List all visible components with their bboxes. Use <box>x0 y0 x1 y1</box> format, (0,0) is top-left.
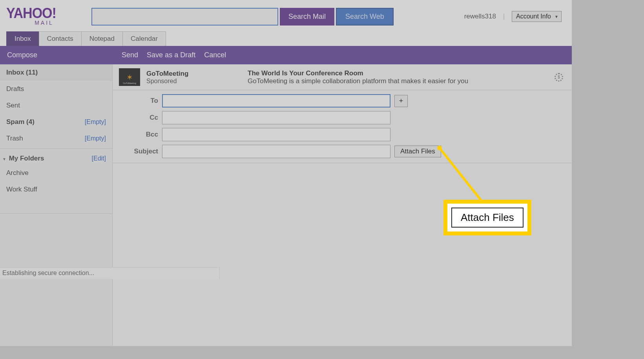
spam-empty-link[interactable]: [Empty] <box>85 118 106 126</box>
ad-headline: The World Is Your Conference Room <box>248 69 468 77</box>
right-margin <box>572 0 644 359</box>
svg-line-0 <box>440 148 482 201</box>
header-right: rewells318 | Account Info <box>464 11 566 22</box>
user-name[interactable]: rewells318 <box>464 13 496 20</box>
sidebar-divider-2 <box>0 213 112 214</box>
sidebar-spam[interactable]: Spam (4) [Empty] <box>0 114 112 130</box>
attach-files-button[interactable]: Attach Files <box>394 146 441 157</box>
ad-description: GoToMeeting is a simple collaboration pl… <box>248 77 468 85</box>
cc-row: Cc <box>119 111 566 124</box>
sidebar-sent[interactable]: Sent <box>0 97 112 114</box>
search-input[interactable] <box>91 8 278 26</box>
sidebar-inbox[interactable]: Inbox (11) <box>0 64 112 81</box>
callout-box: Attach Files <box>443 200 531 235</box>
ad-logo-star: ✶ <box>126 73 133 82</box>
cc-input[interactable] <box>162 111 390 124</box>
tab-notepad[interactable]: Notepad <box>81 31 123 46</box>
tab-contacts[interactable]: Contacts <box>39 31 82 46</box>
sidebar-drafts-label: Drafts <box>6 85 24 93</box>
tab-calendar[interactable]: Calendar <box>122 31 166 46</box>
to-row: To + <box>119 94 566 108</box>
account-info-dropdown[interactable]: Account Info <box>512 11 562 22</box>
bcc-label: Bcc <box>119 131 162 138</box>
sidebar-inbox-label: Inbox (11) <box>6 69 38 77</box>
header: YAHOO! MAIL Search Mail Search Web rewel… <box>0 0 572 31</box>
sidebar-trash-label: Trash <box>6 135 23 142</box>
sidebar-folder-work-stuff[interactable]: Work Stuff <box>0 181 112 198</box>
subject-label: Subject <box>119 148 162 155</box>
yahoo-mail-logo[interactable]: YAHOO! MAIL <box>6 7 56 26</box>
compose-toolbar: Compose Send Save as a Draft Cancel <box>0 46 572 64</box>
bcc-input[interactable] <box>162 128 390 141</box>
sidebar-spam-label: Spam (4) <box>6 118 35 126</box>
sponsored-ad[interactable]: ✶ GoToMeeting Sponsored The World Is You… <box>113 64 572 90</box>
to-input[interactable] <box>162 94 390 108</box>
ad-brand: GoToMeeting <box>146 70 248 78</box>
add-recipient-button[interactable]: + <box>394 95 408 107</box>
search-web-button[interactable]: Search Web <box>336 8 394 26</box>
chevron-down-icon: ▼ <box>2 157 6 161</box>
ad-choices-icon[interactable] <box>555 73 563 82</box>
send-button[interactable]: Send <box>122 51 138 59</box>
sidebar-trash[interactable]: Trash [Empty] <box>0 130 112 147</box>
sidebar-my-folders[interactable]: ▼ My Folders [Edit] <box>0 150 112 165</box>
sidebar-folder-archive[interactable]: Archive <box>0 165 112 181</box>
divider: | <box>503 13 505 20</box>
folders-edit-link[interactable]: [Edit] <box>92 155 106 162</box>
save-draft-button[interactable]: Save as a Draft <box>147 51 195 59</box>
sidebar-sent-label: Sent <box>6 102 20 109</box>
ad-text-col: The World Is Your Conference Room GoToMe… <box>248 69 468 85</box>
compose-button[interactable]: Compose <box>7 51 37 59</box>
callout-text: Attach Files <box>451 208 524 228</box>
subject-input[interactable] <box>162 145 390 158</box>
logo-top-text: YAHOO! <box>6 6 56 20</box>
to-label: To <box>119 97 162 105</box>
tab-inbox[interactable]: Inbox <box>6 31 39 46</box>
cc-label: Cc <box>119 114 162 122</box>
folder-archive-label: Archive <box>6 169 29 177</box>
ad-logo-icon: ✶ <box>119 68 140 86</box>
bcc-row: Bcc <box>119 128 566 141</box>
trash-empty-link[interactable]: [Empty] <box>85 135 106 142</box>
search-bar: Search Mail Search Web <box>91 8 394 26</box>
my-folders-label: My Folders <box>9 155 44 162</box>
cancel-button[interactable]: Cancel <box>204 51 226 59</box>
ad-brand-col: GoToMeeting Sponsored <box>146 70 248 85</box>
sidebar-divider <box>0 148 112 149</box>
folder-work-stuff-label: Work Stuff <box>6 186 37 193</box>
search-mail-button[interactable]: Search Mail <box>280 8 334 26</box>
ad-sponsored-label: Sponsored <box>146 78 248 85</box>
svg-point-1 <box>437 146 442 150</box>
sidebar: Inbox (11) Drafts Sent Spam (4) [Empty] … <box>0 64 113 346</box>
status-bar: Establishing secure connection... <box>0 267 220 279</box>
main-tabs: Inbox Contacts Notepad Calendar <box>0 31 572 46</box>
sidebar-drafts[interactable]: Drafts <box>0 81 112 97</box>
